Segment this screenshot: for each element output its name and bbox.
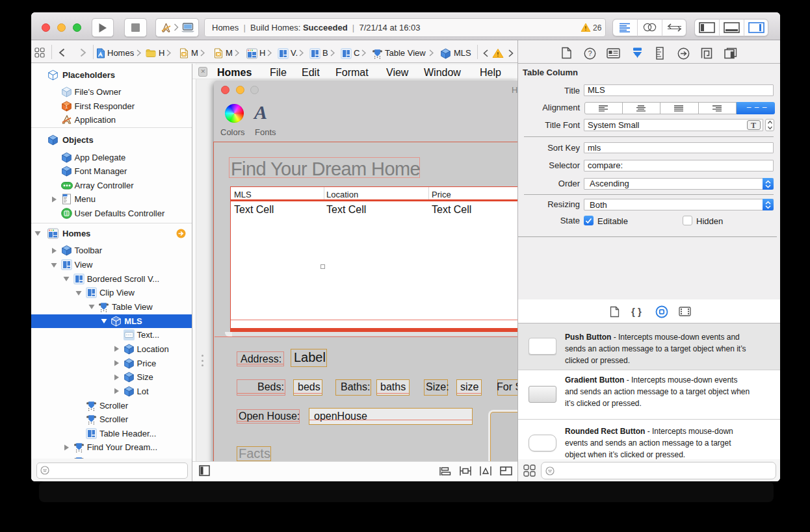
- svg-text:?: ?: [588, 49, 592, 57]
- svg-text:8: 8: [65, 211, 68, 216]
